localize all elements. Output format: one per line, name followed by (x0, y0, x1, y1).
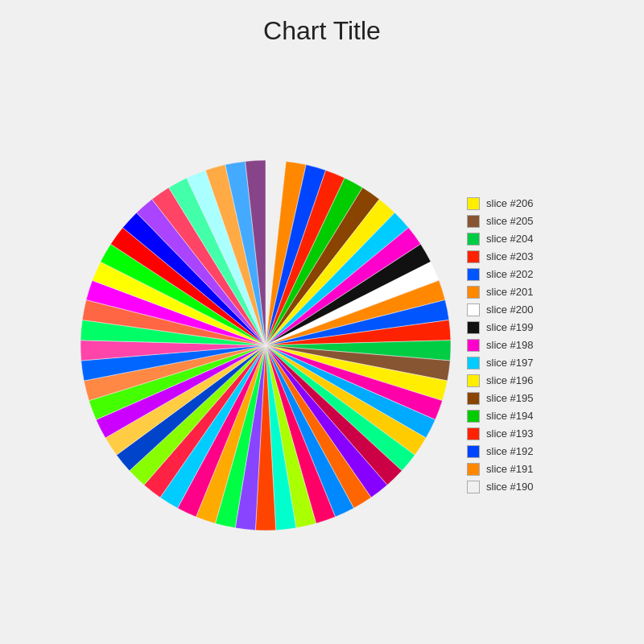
legend-item: slice #192 (467, 445, 572, 458)
legend-item: slice #204 (467, 233, 572, 246)
legend-color-box (467, 233, 480, 246)
legend-color-box (467, 197, 480, 210)
chart-body: slice #206slice #205slice #204slice #203… (0, 54, 644, 644)
legend-label: slice #203 (486, 250, 534, 262)
legend-color-box (467, 463, 480, 476)
legend-item: slice #202 (467, 268, 572, 281)
legend-color-box (467, 215, 480, 228)
legend-label: slice #191 (486, 463, 534, 475)
legend-item: slice #195 (467, 392, 572, 405)
legend-label: slice #193 (486, 427, 534, 440)
legend-item: slice #200 (467, 303, 572, 316)
legend-label: slice #205 (486, 215, 534, 227)
legend-label: slice #201 (486, 286, 534, 298)
legend-label: slice #194 (486, 410, 534, 422)
legend-color-box (467, 268, 480, 281)
legend-color-box (467, 339, 480, 352)
legend-color-box (467, 427, 480, 440)
legend-color-box (467, 250, 480, 263)
legend-label: slice #192 (486, 445, 534, 457)
pie-chart (72, 152, 459, 539)
legend-label: slice #200 (486, 303, 534, 316)
legend-color-box (467, 410, 480, 423)
legend-color-box (467, 357, 480, 369)
chart-title: Chart Title (263, 16, 381, 46)
legend-item: slice #196 (467, 374, 572, 387)
legend-label: slice #196 (486, 374, 534, 386)
legend-item: slice #197 (467, 357, 572, 369)
legend-item: slice #199 (467, 321, 572, 334)
legend-label: slice #197 (486, 357, 534, 369)
legend-item: slice #198 (467, 339, 572, 352)
legend-color-box (467, 374, 480, 387)
legend-color-box (467, 445, 480, 458)
legend-item: slice #203 (467, 250, 572, 263)
legend-color-box (467, 321, 480, 334)
legend-label: slice #206 (486, 197, 534, 209)
legend-label: slice #198 (486, 339, 534, 351)
legend-label: slice #199 (486, 321, 534, 333)
legend: slice #206slice #205slice #204slice #203… (467, 197, 572, 493)
legend-item: slice #191 (467, 463, 572, 476)
legend-color-box (467, 481, 480, 493)
legend-label: slice #202 (486, 268, 534, 280)
legend-item: slice #194 (467, 410, 572, 423)
legend-item: slice #201 (467, 286, 572, 299)
legend-color-box (467, 303, 480, 316)
legend-item: slice #206 (467, 197, 572, 210)
chart-container: Chart Title slice #206slice #205slice #2… (0, 0, 644, 644)
legend-item: slice #205 (467, 215, 572, 228)
legend-color-box (467, 286, 480, 299)
legend-label: slice #195 (486, 392, 534, 404)
legend-item: slice #190 (467, 481, 572, 493)
legend-item: slice #193 (467, 427, 572, 440)
legend-color-box (467, 392, 480, 405)
legend-label: slice #190 (486, 481, 534, 493)
legend-label: slice #204 (486, 233, 534, 245)
